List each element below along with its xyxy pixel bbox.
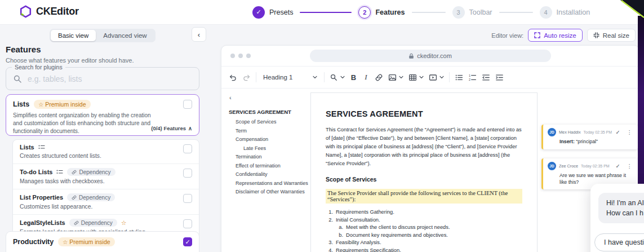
outline-item[interactable]: Representations and Warranties <box>229 179 308 188</box>
sidebar-collapse-button[interactable]: ‹ <box>192 27 206 42</box>
search-input[interactable] <box>26 74 192 84</box>
insert-media-dropdown[interactable] <box>429 73 444 82</box>
outline-item[interactable]: Late Fees <box>229 144 308 153</box>
sub-feature-todo-lists: To-do Lists Dependency Manages tasks <box>13 163 199 189</box>
search-box-label: Search for plugins <box>12 64 65 70</box>
outline-item[interactable]: Confidentiality <box>229 170 308 179</box>
outline-item[interactable]: Term <box>229 127 308 136</box>
feature-card-title: Productivity <box>13 238 54 246</box>
sub-feature-lists: Lists Creates structured content lists. <box>13 140 199 163</box>
feature-card-lists[interactable]: Lists ☆ Premium inside Simplifies conten… <box>6 94 199 136</box>
wizard-stepper: ✓ Presets 2 Features 3 Toolbar 4 Install… <box>252 0 590 24</box>
link-icon <box>72 195 77 200</box>
list-subitem: b. Document key requirements and objecti… <box>336 232 522 240</box>
step-connector <box>499 12 533 13</box>
document-page[interactable]: SERVICES AGREEMENT This Contract for Ser… <box>310 92 538 252</box>
indent-button[interactable] <box>495 73 504 82</box>
svg-text:2: 2 <box>469 78 470 81</box>
comment-card: JD Mex Haddix Today 02:35 PM ✓ ⋮ Insert:… <box>541 125 638 149</box>
comment-menu-icon[interactable]: ⋮ <box>627 163 633 169</box>
resolve-comment-icon[interactable]: ✓ <box>616 129 620 135</box>
sub-feature-checkbox[interactable] <box>183 144 192 153</box>
sub-features-list: Lists Creates structured content lists. … <box>12 139 199 240</box>
outline-item[interactable]: Scope of Services <box>229 118 308 127</box>
auto-resize-button[interactable]: Auto resize <box>528 29 583 42</box>
link-icon <box>72 170 77 175</box>
star-icon: ☆ <box>121 219 127 227</box>
sub-feature-checkbox[interactable] <box>183 219 192 228</box>
dependency-chip: Dependency <box>67 193 115 201</box>
step-connector <box>300 12 352 13</box>
toolbar-separator <box>449 72 450 82</box>
productivity-checkbox[interactable]: ✓ <box>183 237 192 246</box>
bulleted-list-icon <box>56 169 63 175</box>
editor-toolbar: Heading 1 B I <box>221 67 639 89</box>
step-presets[interactable]: ✓ Presets <box>252 6 293 19</box>
caret-up-icon: ∧ <box>188 125 192 131</box>
comment-timestamp: Today 02:35 PM <box>581 164 610 168</box>
chevron-down-icon <box>340 76 345 79</box>
browser-url-bar: ckeditor.com <box>310 50 551 62</box>
outline-item[interactable]: Termination <box>229 153 308 162</box>
document-title: SERVICES AGREEMENT <box>326 109 522 118</box>
lock-icon <box>408 53 414 59</box>
step-connector <box>412 12 446 13</box>
outline-item[interactable]: Disclaimer of Other Warranties <box>229 188 308 197</box>
step-features[interactable]: 2 Features <box>358 6 405 19</box>
numbered-list-button[interactable]: 1 2 <box>468 73 477 82</box>
bulleted-list-button[interactable] <box>455 73 463 82</box>
link-button[interactable] <box>375 73 383 82</box>
step-number: 3 <box>452 6 465 19</box>
dependency-chip: Dependency <box>67 168 115 176</box>
sub-feature-checkbox[interactable] <box>183 169 192 178</box>
highlighted-sentence: The Service Provider shall provide the f… <box>326 189 522 204</box>
expand-icon <box>534 32 540 38</box>
ai-suggestion-button[interactable]: I have questi <box>594 233 644 251</box>
corner-decoration <box>609 0 644 18</box>
list-item: 4. Requirements Specification. <box>326 247 522 252</box>
advanced-view-tab[interactable]: Advanced view <box>96 30 154 41</box>
outdent-button[interactable] <box>482 73 490 82</box>
ckeditor-builder-app: CKEditor ✓ Presets 2 Features 3 Toolbar … <box>0 0 644 252</box>
basic-view-tab[interactable]: Basic view <box>51 30 96 41</box>
sub-feature-list-properties: List Properties Dependency Customizes li… <box>13 189 199 214</box>
insert-table-dropdown[interactable] <box>408 73 424 82</box>
editor-view-switch: Editor view: Auto resize Real size <box>472 29 636 42</box>
redo-button[interactable] <box>242 73 251 82</box>
comment-timestamp: Today 02:35 PM <box>584 130 612 134</box>
ckeditor-logo-icon <box>19 5 32 18</box>
magnifier-icon <box>330 73 338 82</box>
comment-menu-icon[interactable]: ⋮ <box>627 129 633 135</box>
sub-feature-checkbox[interactable] <box>183 194 192 203</box>
undo-button[interactable] <box>229 73 237 82</box>
features-counter-expander[interactable]: (0/4) Features ∧ <box>151 125 192 131</box>
step-number: 4 <box>540 6 552 19</box>
editor-view-label: Editor view: <box>491 32 523 39</box>
comment-author: Zee Croce <box>559 163 578 169</box>
lists-checkbox[interactable] <box>183 100 192 109</box>
features-title: Features <box>6 45 41 54</box>
outline-title: SERVICES AGREEMENT <box>229 109 291 115</box>
real-size-button[interactable]: Real size <box>587 29 636 42</box>
svg-text:1: 1 <box>469 73 470 77</box>
list-item: 2. Initial Consultation. <box>326 216 522 224</box>
feature-card-productivity[interactable]: Productivity ☆ Premium inside ✓ <box>6 231 199 252</box>
resolve-comment-icon[interactable]: ✓ <box>616 163 620 169</box>
italic-button[interactable]: I <box>362 73 370 82</box>
heading-dropdown[interactable]: Heading 1 <box>263 74 317 81</box>
bold-button[interactable]: B <box>350 73 357 82</box>
insert-image-dropdown[interactable] <box>388 73 403 82</box>
find-replace-dropdown[interactable] <box>330 73 345 82</box>
dependency-chip: Dependency <box>69 219 117 227</box>
avatar: JD <box>548 162 556 170</box>
outline-item[interactable]: Effect of termination <box>229 162 308 171</box>
chevron-down-icon <box>439 76 444 79</box>
comment-author: Mex Haddix <box>559 130 581 135</box>
chevron-down-icon <box>419 76 424 79</box>
features-subtitle: Choose what features your editor should … <box>6 57 134 64</box>
step-installation[interactable]: 4 Installation <box>540 6 590 19</box>
search-icon <box>13 74 22 83</box>
outline-collapse-button[interactable]: ‹ <box>229 94 232 101</box>
outline-item[interactable]: Compensation <box>229 135 308 144</box>
step-toolbar[interactable]: 3 Toolbar <box>452 6 492 19</box>
